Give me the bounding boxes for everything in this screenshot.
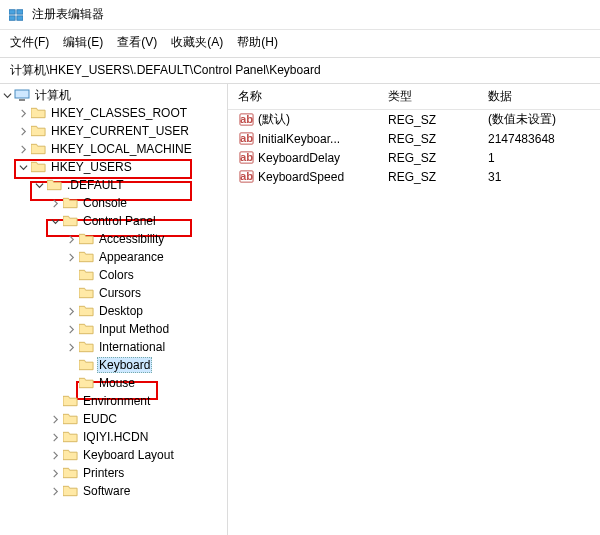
value-name: InitialKeyboar... — [258, 132, 340, 146]
menu-edit[interactable]: 编辑(E) — [63, 34, 103, 51]
tree-node-hku[interactable]: HKEY_USERS — [0, 158, 227, 176]
tree-node-environment[interactable]: Environment — [0, 392, 227, 410]
tree-node-desktop[interactable]: Desktop — [0, 302, 227, 320]
value-data: (数值未设置) — [478, 111, 600, 128]
tree-node-colors[interactable]: Colors — [0, 266, 227, 284]
tree-node-keyboard-layout[interactable]: Keyboard Layout — [0, 446, 227, 464]
tree-label: EUDC — [81, 412, 119, 426]
folder-icon — [30, 159, 46, 175]
regedit-icon — [8, 7, 24, 23]
tree-node-eudc[interactable]: EUDC — [0, 410, 227, 428]
tree-node-appearance[interactable]: Appearance — [0, 248, 227, 266]
tree-node-keyboard[interactable]: Keyboard — [0, 356, 227, 374]
folder-icon — [78, 303, 94, 319]
svg-rect-0 — [9, 9, 15, 13]
svg-rect-3 — [17, 15, 23, 19]
chevron-right-icon[interactable] — [16, 142, 30, 156]
value-type: REG_SZ — [378, 151, 478, 165]
tree-node-iqiyi[interactable]: IQIYI.HCDN — [0, 428, 227, 446]
pc-icon — [14, 87, 30, 103]
tree-node-hkcu[interactable]: HKEY_CURRENT_USER — [0, 122, 227, 140]
value-row[interactable]: ab KeyboardDelay REG_SZ 1 — [228, 148, 600, 167]
chevron-right-icon[interactable] — [48, 466, 62, 480]
chevron-down-icon[interactable] — [16, 160, 30, 174]
tree-node-international[interactable]: International — [0, 338, 227, 356]
tree-label: HKEY_CLASSES_ROOT — [49, 106, 189, 120]
chevron-right-icon[interactable] — [48, 430, 62, 444]
folder-icon — [62, 429, 78, 445]
folder-icon — [46, 177, 62, 193]
value-row[interactable]: ab (默认) REG_SZ (数值未设置) — [228, 110, 600, 129]
tree-label: Cursors — [97, 286, 143, 300]
tree-label: Appearance — [97, 250, 166, 264]
folder-icon — [78, 339, 94, 355]
tree-node-mouse[interactable]: Mouse — [0, 374, 227, 392]
value-type: REG_SZ — [378, 170, 478, 184]
menu-view[interactable]: 查看(V) — [117, 34, 157, 51]
svg-text:ab: ab — [239, 113, 252, 125]
string-value-icon: ab — [238, 150, 254, 166]
chevron-down-icon[interactable] — [48, 214, 62, 228]
folder-icon — [62, 393, 78, 409]
tree-node-hklm[interactable]: HKEY_LOCAL_MACHINE — [0, 140, 227, 158]
svg-text:ab: ab — [239, 151, 252, 163]
tree-label: Input Method — [97, 322, 171, 336]
tree-node-control-panel[interactable]: Control Panel — [0, 212, 227, 230]
folder-icon — [30, 105, 46, 121]
chevron-right-icon[interactable] — [16, 106, 30, 120]
col-header-data[interactable]: 数据 — [478, 84, 600, 109]
tree-pane[interactable]: 计算机 HKEY_CLASSES_ROOT HKEY_CURRENT_USER … — [0, 84, 228, 535]
tree-label: .DEFAULT — [65, 178, 125, 192]
value-row[interactable]: ab InitialKeyboar... REG_SZ 2147483648 — [228, 129, 600, 148]
tree-node-console[interactable]: Console — [0, 194, 227, 212]
value-type: REG_SZ — [378, 132, 478, 146]
tree-label: Colors — [97, 268, 136, 282]
menu-favorites[interactable]: 收藏夹(A) — [171, 34, 223, 51]
tree-label: Accessibility — [97, 232, 166, 246]
tree-label: Keyboard Layout — [81, 448, 176, 462]
tree-node-hkcr[interactable]: HKEY_CLASSES_ROOT — [0, 104, 227, 122]
tree-node-printers[interactable]: Printers — [0, 464, 227, 482]
value-name: KeyboardSpeed — [258, 170, 344, 184]
menu-file[interactable]: 文件(F) — [10, 34, 49, 51]
folder-icon — [30, 123, 46, 139]
tree-label: HKEY_LOCAL_MACHINE — [49, 142, 194, 156]
tree-node-root[interactable]: 计算机 — [0, 86, 227, 104]
chevron-right-icon[interactable] — [48, 196, 62, 210]
tree-node-input-method[interactable]: Input Method — [0, 320, 227, 338]
chevron-down-icon[interactable] — [32, 178, 46, 192]
folder-icon — [78, 375, 94, 391]
chevron-right-icon[interactable] — [64, 340, 78, 354]
tree-node-default[interactable]: .DEFAULT — [0, 176, 227, 194]
tree-label: 计算机 — [33, 87, 73, 104]
chevron-right-icon[interactable] — [48, 412, 62, 426]
col-header-name[interactable]: 名称 — [228, 84, 378, 109]
value-row[interactable]: ab KeyboardSpeed REG_SZ 31 — [228, 167, 600, 186]
folder-icon — [78, 285, 94, 301]
tree-node-accessibility[interactable]: Accessibility — [0, 230, 227, 248]
chevron-right-icon[interactable] — [64, 232, 78, 246]
svg-rect-2 — [9, 15, 15, 19]
address-bar[interactable]: 计算机\HKEY_USERS\.DEFAULT\Control Panel\Ke… — [0, 58, 600, 84]
folder-icon — [30, 141, 46, 157]
col-header-type[interactable]: 类型 — [378, 84, 478, 109]
value-data: 31 — [478, 170, 600, 184]
chevron-right-icon[interactable] — [64, 304, 78, 318]
chevron-right-icon[interactable] — [48, 448, 62, 462]
menu-help[interactable]: 帮助(H) — [237, 34, 278, 51]
value-name: (默认) — [258, 111, 290, 128]
values-pane[interactable]: 名称 类型 数据 ab (默认) REG_SZ (数值未设置) ab Initi… — [228, 84, 600, 535]
string-value-icon: ab — [238, 169, 254, 185]
svg-rect-1 — [17, 9, 23, 13]
svg-text:ab: ab — [239, 132, 252, 144]
chevron-down-icon[interactable] — [0, 88, 14, 102]
chevron-right-icon[interactable] — [64, 250, 78, 264]
folder-icon — [78, 321, 94, 337]
folder-icon — [78, 357, 94, 373]
tree-node-cursors[interactable]: Cursors — [0, 284, 227, 302]
tree-node-software[interactable]: Software — [0, 482, 227, 500]
chevron-right-icon[interactable] — [48, 484, 62, 498]
chevron-right-icon[interactable] — [64, 322, 78, 336]
folder-icon — [78, 231, 94, 247]
chevron-right-icon[interactable] — [16, 124, 30, 138]
